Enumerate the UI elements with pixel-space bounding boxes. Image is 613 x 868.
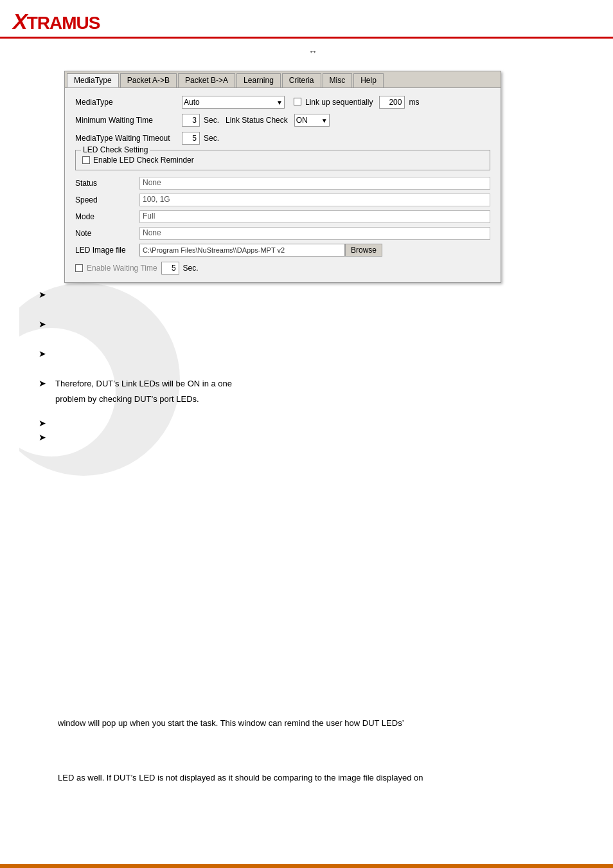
link-status-value: ON	[296, 116, 317, 125]
tab-packet-ab[interactable]: Packet A->B	[120, 73, 177, 87]
bullet-arrow-6: ➤	[39, 432, 51, 442]
bullet-continuation-4: problem by checking DUT’s port LEDs.	[55, 393, 591, 405]
dropdown-arrow-mediatype: ▼	[276, 99, 283, 106]
tab-criteria[interactable]: Criteria	[282, 73, 321, 87]
tab-misc[interactable]: Misc	[323, 73, 353, 87]
timeout-label: MediaType Waiting Timeout	[75, 134, 178, 143]
mode-label: Mode	[75, 212, 139, 221]
speed-label: Speed	[75, 195, 139, 204]
enable-led-label[interactable]: Enable LED Check Reminder	[82, 156, 483, 165]
bullet-item-6: ➤	[39, 432, 591, 442]
bullet-item-1: ➤	[39, 289, 591, 300]
bullet-arrow-3: ➤	[39, 348, 51, 359]
led-check-group: LED Check Setting Enable LED Check Remin…	[75, 150, 490, 170]
waiting-time-row: Enable Waiting Time Sec.	[75, 262, 490, 275]
led-image-label: LED Image file	[75, 246, 139, 255]
link-seq-check[interactable]	[294, 98, 301, 105]
bullet-arrow-5: ➤	[39, 418, 51, 428]
status-row: Status None	[75, 177, 490, 190]
bullet-item-2: ➤	[39, 319, 591, 329]
led-image-row: LED Image file Browse	[75, 244, 490, 257]
link-seq-ms-input[interactable]	[379, 96, 405, 109]
min-wait-row: Minimum Waiting Time Sec. Link Status Ch…	[75, 114, 490, 127]
text-block-1: window will pop up when you start the ta…	[58, 717, 598, 730]
min-wait-unit: Sec.	[204, 116, 219, 125]
waiting-time-label: Enable Waiting Time	[87, 264, 157, 273]
header-arrow: ↔	[308, 46, 317, 57]
led-check-group-label: LED Check Setting	[81, 145, 150, 154]
mediatype-label: MediaType	[75, 98, 178, 107]
bullet-cont-text-4: problem by checking DUT’s port LEDs.	[55, 394, 199, 404]
min-wait-input[interactable]	[182, 114, 200, 127]
status-label: Status	[75, 179, 139, 188]
link-seq-label: Link up sequentially	[305, 98, 373, 107]
tab-mediatype[interactable]: MediaType	[67, 73, 119, 87]
link-seq-checkbox	[294, 98, 301, 107]
mediatype-row: MediaType Auto ▼ Link up sequentially ms	[75, 96, 490, 109]
link-seq-ms-unit: ms	[409, 98, 419, 107]
browse-button[interactable]: Browse	[345, 244, 382, 257]
tab-packet-ba[interactable]: Packet B->A	[178, 73, 235, 87]
mode-value: Full	[139, 210, 490, 223]
timeout-input[interactable]	[182, 132, 200, 145]
waiting-time-checkbox[interactable]	[75, 264, 83, 272]
dialog-box: MediaType Packet A->B Packet B->A Learni…	[64, 71, 501, 283]
waiting-time-unit: Sec.	[183, 264, 199, 273]
mediatype-dropdown[interactable]: Auto ▼	[182, 96, 285, 109]
speed-row: Speed 100, 1G	[75, 194, 490, 206]
tab-help[interactable]: Help	[353, 73, 384, 87]
note-row: Note None	[75, 227, 490, 240]
bullet-item-5: ➤	[39, 418, 591, 428]
dialog-content: MediaType Auto ▼ Link up sequentially ms…	[65, 88, 501, 282]
min-wait-label: Minimum Waiting Time	[75, 116, 178, 125]
status-value: None	[139, 177, 490, 190]
timeout-row: MediaType Waiting Timeout Sec.	[75, 132, 490, 145]
logo-x: X	[13, 9, 27, 33]
bullets-area: ➤ ➤ ➤ ➤ Therefore, DUT’s Link LEDs will …	[39, 289, 591, 455]
footer-bar	[0, 864, 613, 868]
tab-learning[interactable]: Learning	[236, 73, 281, 87]
bullet-arrow-1: ➤	[39, 289, 51, 300]
logo-rest: TRAMUS	[27, 13, 100, 33]
enable-led-text: Enable LED Check Reminder	[93, 156, 194, 165]
note-label: Note	[75, 229, 139, 238]
led-image-path-input[interactable]	[139, 244, 345, 257]
note-value: None	[139, 227, 490, 240]
dropdown-arrow-link-status: ▼	[321, 117, 328, 124]
bullet-item-4: ➤ Therefore, DUT’s Link LEDs will be ON …	[39, 378, 591, 390]
header: XTRAMUS	[0, 0, 613, 39]
mediatype-value: Auto	[184, 98, 209, 107]
bullet-text-4: Therefore, DUT’s Link LEDs will be ON in…	[55, 378, 232, 390]
logo: XTRAMUS	[13, 9, 100, 34]
enable-led-checkbox[interactable]	[82, 156, 90, 164]
speed-value: 100, 1G	[139, 194, 490, 206]
text-block-2: LED as well. If DUT’s LED is not display…	[58, 772, 598, 784]
bullet-item-3: ➤	[39, 348, 591, 359]
waiting-time-input[interactable]	[161, 262, 179, 275]
mode-row: Mode Full	[75, 210, 490, 223]
link-status-label: Link Status Check	[226, 116, 288, 125]
bullet-arrow-4: ➤	[39, 378, 51, 388]
tab-bar: MediaType Packet A->B Packet B->A Learni…	[65, 71, 501, 88]
link-status-dropdown[interactable]: ON ▼	[294, 114, 330, 127]
bullet-arrow-2: ➤	[39, 319, 51, 329]
timeout-unit: Sec.	[204, 134, 219, 143]
